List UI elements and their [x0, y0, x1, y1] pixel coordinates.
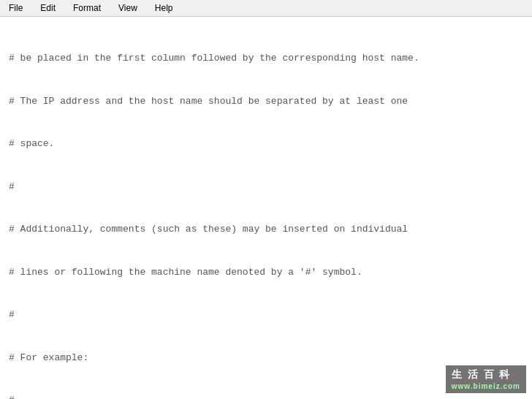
comment-line-9: #	[9, 393, 523, 399]
menu-view[interactable]: View	[115, 2, 140, 14]
comment-line-8: # For example:	[9, 351, 523, 365]
menu-format[interactable]: Format	[70, 2, 104, 14]
menu-bar: File Edit Format View Help	[0, 0, 532, 17]
comment-line-1: # be placed in the first column followed…	[9, 51, 523, 66]
comment-line-2: # The IP address and the host name shoul…	[9, 94, 523, 109]
watermark: 生 活 百 科 www.bimeiz.com	[446, 365, 526, 393]
comment-line-4: #	[9, 180, 523, 194]
watermark-url: www.bimeiz.com	[452, 382, 520, 390]
menu-file[interactable]: File	[6, 2, 26, 14]
comment-line-7: #	[9, 308, 523, 322]
content-area: # be placed in the first column followed…	[0, 17, 532, 399]
comment-line-6: # lines or following the machine name de…	[9, 265, 523, 280]
comment-block: # be placed in the first column followed…	[9, 23, 523, 399]
menu-edit[interactable]: Edit	[37, 2, 58, 14]
menu-help[interactable]: Help	[152, 2, 176, 14]
window: File Edit Format View Help # be placed i…	[0, 0, 532, 399]
comment-line-5: # Additionally, comments (such as these)…	[9, 222, 523, 237]
comment-line-3: # space.	[9, 137, 523, 151]
watermark-text: 生 活 百 科	[452, 368, 512, 380]
